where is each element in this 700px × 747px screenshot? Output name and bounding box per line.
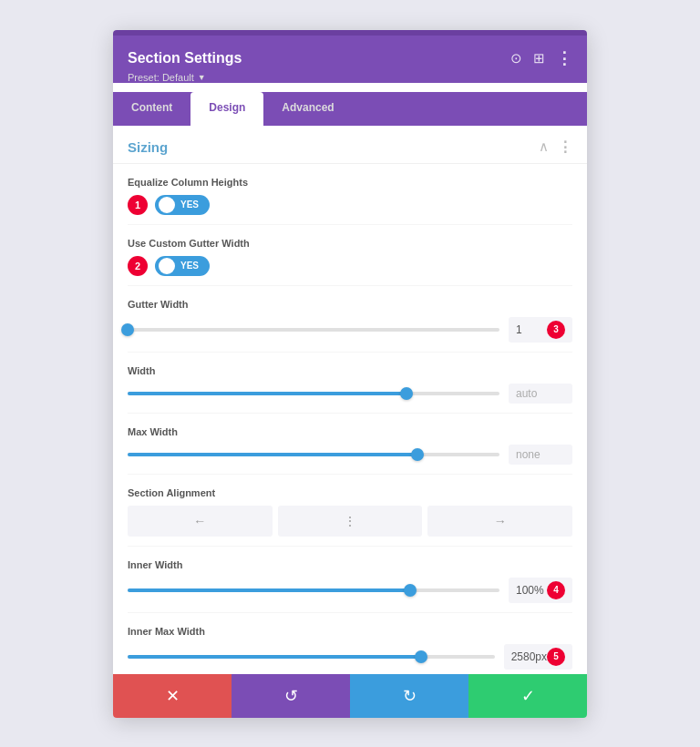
- inner-width-fill: [128, 588, 410, 592]
- inner-max-width-track[interactable]: [128, 655, 495, 659]
- field-equalize-column-heights: Equalize Column Heights 1 YES: [128, 164, 572, 225]
- panel-header-top: Section Settings ⊙ ⊞ ⋮: [128, 48, 572, 68]
- redo-icon: ↻: [403, 686, 417, 706]
- badge-4: 4: [547, 581, 565, 599]
- preset-label: Preset: Default: [128, 72, 194, 83]
- gutter-width-input-wrap: 1 3: [509, 317, 572, 343]
- inner-max-width-slider-row: 2580px 5: [128, 644, 572, 670]
- gutter-width-label: Gutter Width: [128, 299, 572, 310]
- inner-width-input-wrap: 100% 4: [509, 578, 572, 603]
- section-header-icons: ∧ ⋮: [539, 138, 572, 156]
- toggle-knob-2: [159, 258, 175, 274]
- align-center-btn[interactable]: ⋮: [278, 506, 423, 537]
- align-left-btn[interactable]: ←: [128, 506, 273, 537]
- width-slider-row: auto: [128, 384, 572, 404]
- equalize-toggle-row: 1 YES: [128, 195, 572, 215]
- preset-caret: ▼: [198, 73, 206, 82]
- panel-title: Section Settings: [128, 50, 242, 67]
- cancel-button[interactable]: ✕: [113, 674, 232, 718]
- section-alignment-buttons: ← ⋮ →: [128, 506, 572, 537]
- cancel-icon: ✕: [166, 686, 180, 706]
- inner-max-width-input-wrap: 2580px 5: [504, 644, 572, 670]
- field-gutter-width: Gutter Width 1 3: [128, 286, 572, 353]
- equalize-toggle[interactable]: YES: [155, 195, 210, 215]
- field-custom-gutter-width: Use Custom Gutter Width 2 YES: [128, 225, 572, 286]
- panel-header-icons: ⊙ ⊞ ⋮: [510, 48, 572, 68]
- inner-width-slider-row: 100% 4: [128, 578, 572, 603]
- field-section-alignment: Section Alignment ← ⋮ →: [128, 475, 572, 547]
- panel-header: Section Settings ⊙ ⊞ ⋮ Preset: Default ▼: [113, 36, 587, 83]
- inner-width-value[interactable]: 100%: [516, 584, 544, 597]
- sizing-title: Sizing: [128, 139, 168, 155]
- gutter-width-value[interactable]: 1: [516, 323, 522, 336]
- panel-preset[interactable]: Preset: Default ▼: [128, 72, 572, 83]
- toggle-label-1: YES: [180, 200, 199, 210]
- inner-width-label: Inner Width: [128, 559, 572, 570]
- badge-5: 5: [547, 648, 565, 666]
- field-max-width: Max Width none: [128, 414, 572, 475]
- inner-max-width-thumb[interactable]: [415, 650, 427, 663]
- gutter-width-thumb[interactable]: [121, 323, 134, 336]
- equalize-label: Equalize Column Heights: [128, 177, 572, 188]
- max-width-fill: [128, 453, 417, 456]
- toggle-label-2: YES: [180, 261, 199, 271]
- more-icon[interactable]: ⋮: [556, 48, 572, 68]
- inner-max-width-fill: [128, 655, 421, 659]
- inner-width-track[interactable]: [128, 588, 499, 592]
- sizing-section-header: Sizing ∧ ⋮: [113, 126, 587, 164]
- save-button[interactable]: ✓: [468, 674, 587, 718]
- max-width-thumb[interactable]: [411, 448, 424, 461]
- gutter-toggle-label: Use Custom Gutter Width: [128, 238, 572, 249]
- grid-icon[interactable]: ⊞: [533, 50, 545, 67]
- bottom-toolbar: ✕ ↺ ↻ ✓: [113, 674, 587, 718]
- gutter-toggle-row: 2 YES: [128, 256, 572, 276]
- inner-width-thumb[interactable]: [404, 584, 417, 597]
- width-thumb[interactable]: [400, 387, 413, 400]
- save-icon: ✓: [521, 686, 535, 706]
- toggle-knob-1: [159, 197, 175, 213]
- collapse-icon[interactable]: ∧: [539, 138, 549, 155]
- tab-content[interactable]: Content: [113, 92, 190, 126]
- tab-advanced[interactable]: Advanced: [263, 92, 352, 126]
- tab-design[interactable]: Design: [190, 92, 263, 126]
- section-alignment-label: Section Alignment: [128, 487, 572, 498]
- panel-body: Sizing ∧ ⋮ Equalize Column Heights 1 YES: [113, 126, 587, 674]
- width-fill: [128, 392, 407, 395]
- gutter-width-slider-row: 1 3: [128, 317, 572, 343]
- inner-max-width-label: Inner Max Width: [128, 626, 572, 637]
- field-inner-width: Inner Width 100% 4: [128, 547, 572, 613]
- gutter-width-track[interactable]: [128, 328, 499, 332]
- redo-button[interactable]: ↻: [350, 674, 468, 718]
- field-inner-max-width: Inner Max Width 2580px 5: [128, 613, 572, 674]
- field-width: Width auto: [128, 353, 572, 414]
- undo-button[interactable]: ↺: [232, 674, 350, 718]
- target-icon[interactable]: ⊙: [510, 50, 522, 67]
- width-track[interactable]: [128, 392, 499, 395]
- panel-wrapper: Section Settings ⊙ ⊞ ⋮ Preset: Default ▼…: [113, 30, 587, 718]
- section-more-icon[interactable]: ⋮: [558, 138, 572, 156]
- undo-icon: ↺: [284, 686, 298, 706]
- badge-1: 1: [128, 195, 148, 215]
- max-width-slider-row: none: [128, 445, 572, 465]
- width-value[interactable]: auto: [509, 384, 572, 404]
- badge-3: 3: [547, 321, 565, 339]
- tabs-bar: Content Design Advanced: [113, 92, 587, 126]
- inner-max-width-value[interactable]: 2580px: [511, 650, 547, 663]
- align-right-btn[interactable]: →: [427, 506, 572, 537]
- panel-content: Equalize Column Heights 1 YES Use Custom…: [113, 164, 587, 674]
- max-width-value[interactable]: none: [509, 445, 572, 465]
- width-label: Width: [128, 365, 572, 376]
- max-width-label: Max Width: [128, 426, 572, 437]
- badge-2: 2: [128, 256, 148, 276]
- max-width-track[interactable]: [128, 453, 499, 456]
- gutter-toggle[interactable]: YES: [155, 256, 210, 276]
